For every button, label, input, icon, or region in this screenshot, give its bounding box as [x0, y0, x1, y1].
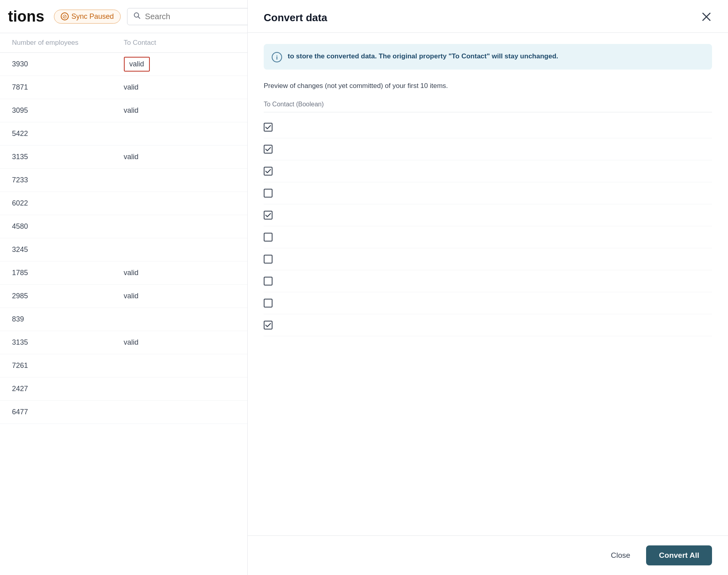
table-row: 2427 [0, 377, 247, 401]
checkbox-row [264, 138, 712, 160]
sync-badge: ⊘ Sync Paused [54, 10, 121, 24]
convert-all-button[interactable]: Convert All [646, 545, 712, 565]
table-row: 5422 [0, 122, 247, 146]
preview-column-header: To Contact (Boolean) [264, 101, 712, 112]
search-input[interactable] [145, 12, 246, 21]
table-row: 6477 [0, 401, 247, 424]
cell-contact: valid [124, 269, 236, 277]
cell-employees: 6022 [12, 199, 124, 208]
convert-data-modal: Convert data i to store the converted da… [248, 0, 728, 575]
table-row: 7871 valid [0, 76, 247, 99]
col-header-contact: To Contact [124, 39, 236, 47]
table-row: 7261 [0, 354, 247, 377]
cell-employees: 7233 [12, 176, 124, 184]
cell-employees: 2985 [12, 292, 124, 300]
preview-text: Preview of changes (not yet committed) o… [264, 81, 712, 91]
checkbox-unchecked [264, 277, 273, 286]
close-modal-button[interactable] [701, 11, 712, 24]
checkbox-row [264, 204, 712, 226]
modal-content: i to store the converted data. The origi… [248, 33, 728, 535]
checkbox-checked [264, 211, 273, 220]
cell-contact: valid [124, 57, 236, 72]
modal-header: Convert data [248, 0, 728, 33]
table-row: 3245 [0, 238, 247, 262]
checkbox-unchecked [264, 189, 273, 198]
cell-contact: valid [124, 338, 236, 347]
svg-line-1 [138, 16, 140, 18]
cell-contact: valid [124, 153, 236, 161]
info-banner: i to store the converted data. The origi… [264, 44, 712, 70]
cell-employees: 7871 [12, 83, 124, 92]
cell-employees: 2427 [12, 385, 124, 393]
modal-title: Convert data [264, 12, 327, 24]
table-header: Number of employees To Contact [0, 33, 247, 53]
checkbox-unchecked [264, 233, 273, 242]
cell-employees: 3095 [12, 106, 124, 115]
close-button[interactable]: Close [601, 546, 640, 565]
cell-contact: valid [124, 83, 236, 92]
cell-employees: 1785 [12, 269, 124, 277]
cell-employees: 839 [12, 315, 124, 323]
checkbox-checked [264, 123, 273, 132]
checkbox-checked [264, 321, 273, 329]
checkbox-row [264, 160, 712, 182]
table-row: 3095 valid [0, 99, 247, 122]
table-row: 839 [0, 308, 247, 331]
table-row: 3135 valid [0, 331, 247, 354]
table-row: 4580 [0, 215, 247, 238]
cell-contact: valid [124, 106, 236, 115]
table-body: 3930 valid 7871 valid 3095 valid 5422 31… [0, 53, 247, 575]
cell-employees: 3135 [12, 338, 124, 347]
modal-footer: Close Convert All [248, 535, 728, 575]
table-row: 2985 valid [0, 285, 247, 308]
table-row: 3930 valid [0, 53, 247, 76]
cell-contact: valid [124, 292, 236, 300]
checkbox-row [264, 116, 712, 138]
checkbox-row [264, 314, 712, 336]
checkbox-row [264, 182, 712, 204]
cell-employees: 3930 [12, 60, 124, 68]
col-header-employees: Number of employees [12, 39, 124, 47]
search-box[interactable] [127, 8, 252, 25]
info-bold-text: to store the converted data. The origina… [288, 52, 558, 60]
table-row: 6022 [0, 192, 247, 215]
checkbox-row [264, 270, 712, 292]
left-panel: tions ⊘ Sync Paused Number of employees … [0, 0, 248, 575]
cell-employees: 3135 [12, 153, 124, 161]
cell-employees: 6477 [12, 408, 124, 416]
sync-badge-label: Sync Paused [72, 12, 114, 21]
table-row: 7233 [0, 169, 247, 192]
cell-employees: 5422 [12, 130, 124, 138]
cell-employees: 4580 [12, 222, 124, 231]
search-icon [133, 12, 141, 22]
checkbox-list [264, 116, 712, 336]
sync-paused-icon: ⊘ [61, 12, 69, 20]
checkbox-unchecked [264, 255, 273, 264]
checkbox-checked [264, 145, 273, 154]
toolbar: tions ⊘ Sync Paused [0, 0, 247, 33]
page-title: tions [8, 8, 44, 25]
checkbox-row [264, 226, 712, 248]
cell-employees: 7261 [12, 361, 124, 370]
info-icon: i [272, 52, 282, 62]
table-row: 1785 valid [0, 262, 247, 285]
checkbox-unchecked [264, 299, 273, 307]
checkbox-row [264, 248, 712, 270]
checkbox-row [264, 292, 712, 314]
cell-employees: 3245 [12, 246, 124, 254]
info-banner-text: to store the converted data. The origina… [288, 51, 558, 62]
checkbox-checked [264, 167, 273, 176]
table-row: 3135 valid [0, 146, 247, 169]
